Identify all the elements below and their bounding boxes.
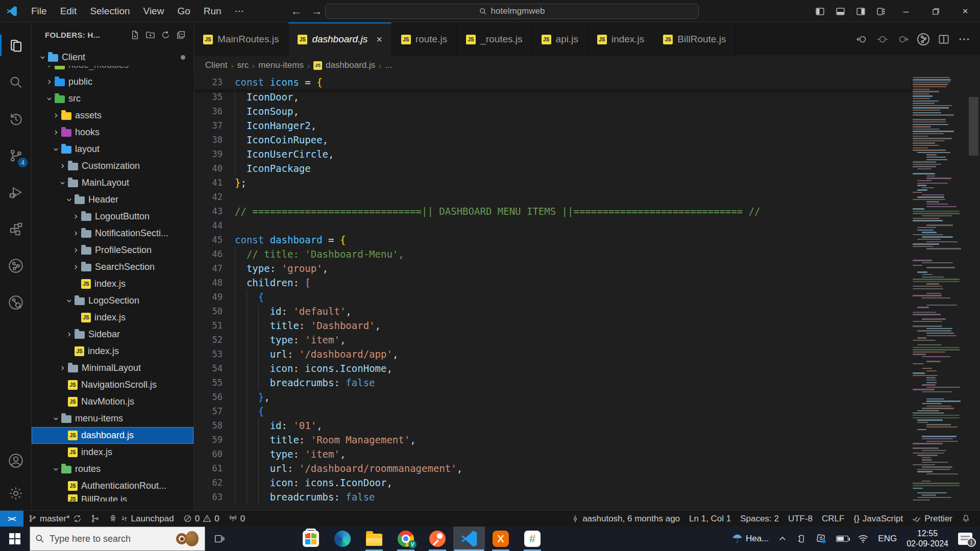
code-line[interactable]: 54icon: icons.IconHome, bbox=[194, 361, 911, 375]
language-indicator[interactable]: ENG bbox=[873, 527, 901, 551]
formatter-item[interactable]: Prettier bbox=[908, 514, 957, 524]
breadcrumb-item[interactable]: src bbox=[237, 60, 249, 70]
code-line[interactable]: 35IconDoor, bbox=[194, 90, 911, 104]
tree-folder-hooks[interactable]: hooks bbox=[32, 124, 193, 141]
account-icon[interactable] bbox=[0, 446, 32, 475]
menu-selection[interactable]: Selection bbox=[83, 4, 136, 19]
code-line[interactable]: 55breadcrumbs: false bbox=[194, 375, 911, 390]
explorer-icon[interactable] bbox=[0, 31, 32, 60]
breadcrumb-item[interactable]: menu-items bbox=[258, 60, 304, 70]
tree-folder-LogoSection[interactable]: LogoSection bbox=[32, 292, 193, 309]
app-edge[interactable] bbox=[327, 527, 358, 551]
source-control-icon[interactable]: 4 bbox=[0, 141, 32, 170]
code-line[interactable]: 58id: '01', bbox=[194, 418, 911, 433]
tree-file-BillRoutejs[interactable]: JSBillRoute.js bbox=[32, 494, 193, 502]
git-graph-icon[interactable] bbox=[0, 251, 32, 281]
change-node-icon[interactable] bbox=[875, 32, 890, 47]
tree-folder-routes[interactable]: routes bbox=[32, 461, 193, 478]
forward-arrow-icon[interactable]: → bbox=[310, 5, 324, 18]
tab-api.js[interactable]: JSapi.js bbox=[532, 22, 588, 56]
encoding[interactable]: UTF-8 bbox=[783, 514, 817, 524]
sync-device-icon[interactable] bbox=[811, 527, 831, 551]
code-line[interactable]: 46// title: 'Dashboard-Menu', bbox=[194, 247, 911, 261]
new-file-icon[interactable] bbox=[127, 28, 142, 42]
git-search-icon[interactable] bbox=[0, 288, 32, 317]
code-line[interactable]: 41}; bbox=[194, 176, 911, 190]
tree-folder-MainLayout[interactable]: MainLayout bbox=[32, 174, 193, 191]
app-vscode[interactable] bbox=[453, 527, 485, 551]
app-microsoft-store[interactable] bbox=[295, 527, 327, 551]
eol-sequence[interactable]: CRLF bbox=[817, 514, 849, 524]
code-line[interactable]: 47type: 'group', bbox=[194, 261, 911, 276]
code-line[interactable]: 48children: [ bbox=[194, 276, 911, 290]
remote-indicator[interactable]: >< bbox=[0, 511, 23, 527]
breadcrumb-item[interactable]: dashboard.js bbox=[326, 60, 375, 70]
tree-file-AuthenticationRout[interactable]: JSAuthenticationRout... bbox=[32, 478, 193, 494]
close-tab-icon[interactable]: × bbox=[376, 34, 382, 45]
tree-folder-layout[interactable]: layout bbox=[32, 141, 193, 158]
problems-item[interactable]: 0 0 bbox=[179, 514, 224, 524]
code-line[interactable]: 40IconPackage bbox=[194, 161, 911, 176]
tree-folder-node_modules[interactable]: node_modules bbox=[32, 66, 193, 73]
menu-run[interactable]: Run bbox=[197, 4, 228, 19]
tab-index.js[interactable]: JSindex.js bbox=[588, 22, 654, 56]
cursor-position[interactable]: Ln 1, Col 1 bbox=[684, 514, 736, 524]
tree-file-NavigationScrolljs[interactable]: JSNavigationScroll.js bbox=[32, 377, 193, 393]
menu-file[interactable]: File bbox=[24, 4, 54, 19]
menu-view[interactable]: View bbox=[137, 4, 171, 19]
app-postman[interactable] bbox=[422, 527, 453, 551]
search-icon[interactable] bbox=[0, 67, 32, 97]
code-line[interactable]: 56}, bbox=[194, 390, 911, 404]
new-folder-icon[interactable] bbox=[142, 28, 158, 42]
extensions-icon[interactable] bbox=[0, 214, 32, 244]
code-line[interactable]: 37IconHanger2, bbox=[194, 118, 911, 133]
phone-link-icon[interactable] bbox=[792, 527, 811, 551]
tree-folder-src[interactable]: src bbox=[32, 90, 193, 107]
tree-folder-menu-items[interactable]: menu-items bbox=[32, 410, 193, 427]
app-xampp[interactable]: X bbox=[485, 527, 517, 551]
indentation[interactable]: Spaces: 2 bbox=[736, 514, 783, 524]
code-line[interactable]: 49{ bbox=[194, 290, 911, 304]
next-change-icon[interactable] bbox=[895, 32, 911, 47]
code-line[interactable]: 39IconUserCircle, bbox=[194, 147, 911, 161]
code-line[interactable]: 60type: 'item', bbox=[194, 447, 911, 461]
clock[interactable]: 12:55 02-09-2024 bbox=[901, 529, 953, 549]
code-editor[interactable]: 35IconDoor,36IconSoup,37IconHanger2,38Ic… bbox=[194, 90, 911, 510]
sticky-scroll-line[interactable]: 23const icons = { bbox=[194, 74, 911, 90]
tab-BillRoute.js[interactable]: JSBillRoute.js bbox=[654, 22, 736, 56]
code-line[interactable]: 45const dashboard = { bbox=[194, 233, 911, 247]
tab-dashboard.js[interactable]: JSdashboard.js× bbox=[288, 22, 391, 56]
git-blame-item[interactable]: aashutosh, 6 months ago bbox=[567, 514, 684, 524]
command-center-search[interactable]: hotelmgmweb bbox=[325, 4, 699, 19]
split-editor-icon[interactable] bbox=[936, 32, 951, 47]
menu-edit[interactable]: Edit bbox=[54, 4, 84, 19]
toggle-panel-icon[interactable] bbox=[830, 0, 850, 22]
code-line[interactable]: 52type: 'item', bbox=[194, 333, 911, 347]
timeline-history-icon[interactable] bbox=[0, 104, 32, 134]
taskbar-search[interactable]: Type here to search bbox=[30, 527, 205, 551]
tree-folder-assets[interactable]: assets bbox=[32, 107, 193, 124]
explorer-section-header[interactable]: FOLDERS: H... bbox=[32, 22, 193, 47]
code-line[interactable]: 62icon: icons.IconDoor, bbox=[194, 475, 911, 490]
run-debug-icon[interactable] bbox=[0, 178, 32, 207]
breadcrumb-item[interactable]: ... bbox=[385, 60, 392, 70]
refresh-icon[interactable] bbox=[158, 28, 173, 42]
prev-change-icon[interactable] bbox=[854, 32, 870, 47]
more-actions-icon[interactable] bbox=[957, 32, 972, 47]
tree-folder-NotificationSecti[interactable]: NotificationSecti... bbox=[32, 225, 193, 242]
git-branch-item[interactable]: master* bbox=[23, 514, 86, 524]
tree-file-indexjs[interactable]: JSindex.js bbox=[32, 276, 193, 292]
tree-file-dashboardjs[interactable]: JSdashboard.js bbox=[32, 427, 193, 444]
app-file-explorer[interactable] bbox=[358, 527, 390, 551]
tree-folder-Header[interactable]: Header bbox=[32, 191, 193, 208]
tab-_routes.js[interactable]: JS_routes.js bbox=[457, 22, 532, 56]
tree-folder-MinimalLayout[interactable]: MinimalLayout bbox=[32, 360, 193, 377]
code-line[interactable]: 44 bbox=[194, 218, 911, 233]
tree-folder-Sidebar[interactable]: Sidebar bbox=[32, 326, 193, 343]
code-line[interactable]: 50id: 'default', bbox=[194, 304, 911, 318]
code-line[interactable]: 23const icons = { bbox=[194, 74, 911, 90]
tree-file-indexjs[interactable]: JSindex.js bbox=[32, 444, 193, 461]
git-actions-icon[interactable] bbox=[86, 514, 104, 523]
toggle-sidebar-icon[interactable] bbox=[810, 0, 830, 22]
battery-icon[interactable] bbox=[831, 527, 853, 551]
